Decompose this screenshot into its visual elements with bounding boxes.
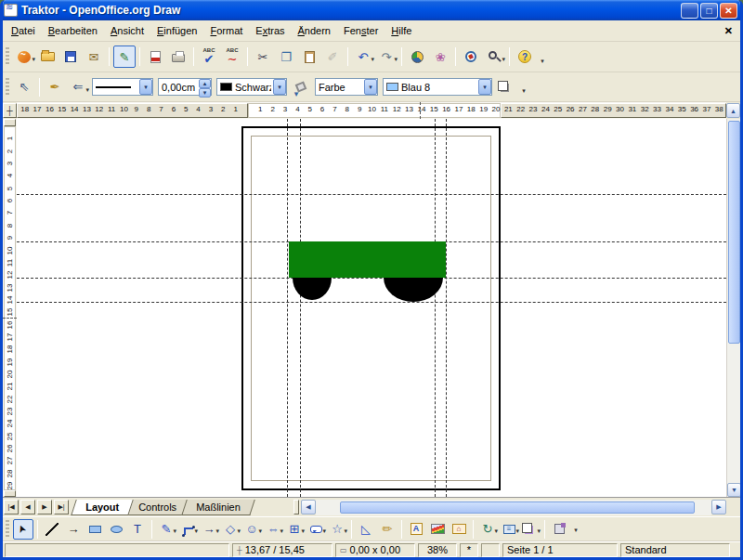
standard-toolbar-overflow-button[interactable]: ▾ bbox=[537, 53, 548, 70]
tab-controls[interactable]: Controls bbox=[124, 500, 190, 515]
select-button[interactable] bbox=[13, 519, 33, 540]
chart-button[interactable] bbox=[406, 46, 428, 68]
line-toolbar-overflow-button[interactable]: ▾ bbox=[518, 83, 529, 99]
dropdown-arrow-icon[interactable]: ▾ bbox=[515, 527, 519, 535]
dropdown-arrow-icon[interactable]: ▾ bbox=[344, 527, 347, 535]
menu-item-bearbeiten[interactable]: Bearbeiten bbox=[42, 22, 104, 39]
connector-button[interactable]: ▾ bbox=[177, 519, 198, 540]
edit-file-button[interactable]: ✎ bbox=[113, 46, 136, 68]
next-page-button[interactable]: ▶ bbox=[37, 500, 52, 514]
menu-item-fenster[interactable]: Fenster bbox=[337, 22, 385, 39]
redo-button[interactable]: ↷▾ bbox=[375, 46, 398, 68]
edit-points-button[interactable]: ◺ bbox=[356, 519, 376, 540]
export-pdf-button[interactable] bbox=[144, 46, 166, 68]
guide-line-horizontal[interactable] bbox=[17, 194, 726, 195]
flowchart-button[interactable]: ⊞▾ bbox=[284, 519, 305, 540]
drawing-canvas[interactable] bbox=[17, 119, 726, 497]
fill-bucket-button[interactable] bbox=[290, 76, 312, 98]
undo-button[interactable]: ↶▾ bbox=[352, 46, 374, 68]
dropdown-arrow-icon[interactable]: ▾ bbox=[322, 527, 326, 535]
menu-item-ansicht[interactable]: Ansicht bbox=[104, 22, 150, 39]
line-style-select[interactable]: ▾ bbox=[92, 78, 153, 96]
horizontal-scrollbar[interactable]: ◀ ▶ bbox=[293, 499, 726, 515]
previous-page-button[interactable]: ◀ bbox=[20, 500, 35, 514]
vertical-ruler[interactable]: 1234567891011121314151617181920212223242… bbox=[3, 119, 17, 497]
tractor-body[interactable] bbox=[289, 241, 446, 278]
dropdown-arrow-icon[interactable]: ▾ bbox=[394, 56, 398, 63]
paste-button[interactable] bbox=[298, 46, 320, 68]
lines-arrows-button[interactable]: →▾ bbox=[199, 519, 219, 540]
last-page-button[interactable]: ▶| bbox=[54, 500, 69, 514]
horizontal-ruler[interactable]: 1817161514131211109876543211234567891011… bbox=[17, 102, 726, 119]
dropdown-arrow-icon[interactable]: ▾ bbox=[364, 79, 377, 95]
status-position[interactable]: ┼13,67 / 15,45 bbox=[232, 543, 332, 557]
print-button[interactable] bbox=[167, 46, 189, 68]
dropdown-arrow-icon[interactable]: ▾ bbox=[173, 527, 176, 535]
status-blank[interactable] bbox=[481, 543, 500, 557]
drawing-toolbar-overflow-button[interactable]: ▾ bbox=[570, 522, 581, 539]
status-modified[interactable]: * bbox=[460, 543, 478, 557]
menu-item-hilfe[interactable]: Hilfe bbox=[385, 22, 418, 39]
scroll-left-button[interactable]: ◀ bbox=[301, 500, 316, 514]
help-button[interactable] bbox=[514, 46, 536, 68]
dropdown-arrow-icon[interactable]: ▾ bbox=[280, 527, 283, 535]
glue-points-button[interactable]: ✏ bbox=[377, 519, 398, 540]
horizontal-scrollbar-track[interactable] bbox=[316, 500, 711, 515]
vertical-scrollbar[interactable]: ▼ bbox=[726, 119, 740, 497]
ellipse-button[interactable] bbox=[106, 519, 126, 540]
guide-line-vertical[interactable] bbox=[287, 119, 288, 497]
guide-line-vertical[interactable] bbox=[446, 119, 447, 497]
extrusion-button[interactable] bbox=[549, 519, 569, 540]
dropdown-arrow-icon[interactable]: ▾ bbox=[215, 527, 219, 535]
stars-button[interactable]: ☆▾ bbox=[327, 519, 347, 540]
menu-item-aendern[interactable]: Ändern bbox=[292, 22, 337, 39]
zoom-button[interactable]: ▾ bbox=[483, 46, 505, 68]
dropdown-arrow-icon[interactable]: ▾ bbox=[237, 527, 241, 535]
dropdown-arrow-icon[interactable]: ▾ bbox=[371, 56, 374, 63]
rotate-button[interactable]: ↻▾ bbox=[477, 519, 498, 540]
dropdown-arrow-icon[interactable]: ▾ bbox=[85, 86, 89, 94]
save-button[interactable] bbox=[59, 46, 82, 68]
dropdown-arrow-icon[interactable]: ▾ bbox=[32, 56, 35, 63]
toolbar-grip[interactable] bbox=[6, 47, 9, 66]
spellcheck-button[interactable]: ABC✔ bbox=[198, 46, 220, 68]
guide-line-horizontal[interactable] bbox=[17, 302, 726, 303]
rectangle-button[interactable] bbox=[85, 519, 105, 540]
dropdown-arrow-icon[interactable]: ▾ bbox=[301, 527, 305, 535]
copy-button[interactable]: ❐ bbox=[275, 46, 297, 68]
cut-button[interactable]: ✂ bbox=[252, 46, 274, 68]
menu-item-format[interactable]: Format bbox=[203, 22, 249, 39]
menu-item-datei[interactable]: Datei bbox=[5, 22, 42, 39]
curve-button[interactable]: ✎▾ bbox=[156, 519, 176, 540]
fill-style-select[interactable]: Farbe▾ bbox=[315, 78, 378, 96]
open-button[interactable] bbox=[36, 46, 59, 68]
pen-button[interactable]: ✒ bbox=[44, 76, 66, 98]
dropdown-arrow-icon[interactable]: ▾ bbox=[194, 527, 198, 535]
block-arrows-button[interactable]: ⇔▾ bbox=[263, 519, 283, 540]
status-style[interactable]: Standard bbox=[620, 543, 730, 557]
callouts-button[interactable]: ▾ bbox=[306, 519, 326, 540]
arrange-button[interactable]: ▾ bbox=[520, 519, 541, 540]
line-width-input[interactable]: 0,00cm▴▾ bbox=[158, 78, 212, 96]
new-button[interactable]: ▾ bbox=[13, 46, 35, 68]
align-button[interactable]: ▾ bbox=[499, 519, 519, 540]
scroll-up-button[interactable]: ▲ bbox=[726, 103, 740, 118]
text-button[interactable]: T bbox=[127, 519, 148, 540]
status-size[interactable]: ▭0,00 x 0,00 bbox=[335, 543, 415, 557]
auto-spellcheck-button[interactable]: ABC∼ bbox=[221, 46, 243, 68]
dropdown-arrow-icon[interactable]: ▾ bbox=[478, 79, 491, 95]
scroll-right-button[interactable]: ▶ bbox=[711, 500, 726, 514]
arrow-button[interactable]: → bbox=[63, 519, 84, 540]
title-bar[interactable]: Traktor - OpenOffice.org Draw _ □ ✕ bbox=[0, 0, 743, 20]
tab-masslinien[interactable]: Maßlinien bbox=[181, 500, 254, 515]
vertical-scrollbar-thumb[interactable] bbox=[728, 121, 740, 344]
guide-line-horizontal[interactable] bbox=[17, 278, 726, 279]
menu-item-einfuegen[interactable]: Einfügen bbox=[150, 22, 203, 39]
dropdown-arrow-icon[interactable]: ▾ bbox=[258, 527, 262, 535]
close-document-button[interactable]: ✕ bbox=[724, 25, 733, 37]
dropdown-arrow-icon[interactable]: ▾ bbox=[537, 527, 541, 535]
ruler-corner-button[interactable]: ┼ bbox=[3, 103, 17, 118]
pane-splitter[interactable] bbox=[293, 500, 299, 514]
guide-line-vertical[interactable] bbox=[300, 119, 301, 497]
edit-points-toggle[interactable]: ⇖ bbox=[13, 76, 35, 98]
